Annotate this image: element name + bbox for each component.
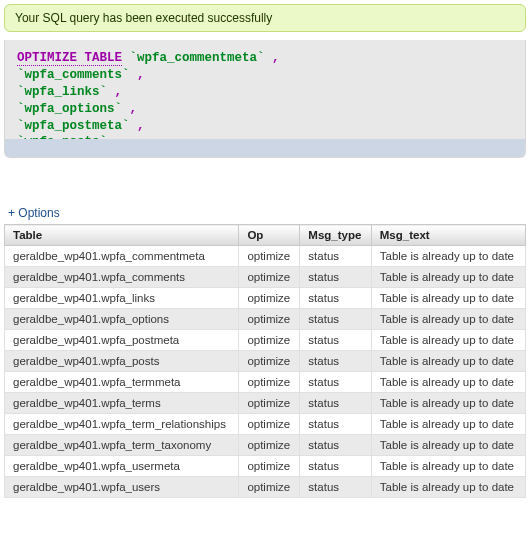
table-row: geraldbe_wp401.wpfa_usersoptimizestatusT… <box>5 477 526 498</box>
table-cell: status <box>300 267 371 288</box>
col-table[interactable]: Table <box>5 225 239 246</box>
table-cell: Table is already up to date <box>371 414 525 435</box>
sql-success-message: Your SQL query has been executed success… <box>4 4 526 32</box>
table-row: geraldbe_wp401.wpfa_termsoptimizestatusT… <box>5 393 526 414</box>
table-cell: status <box>300 330 371 351</box>
table-cell: Table is already up to date <box>371 477 525 498</box>
table-cell: optimize <box>239 288 300 309</box>
table-cell: optimize <box>239 309 300 330</box>
table-cell: Table is already up to date <box>371 246 525 267</box>
sql-box-footer-strip <box>5 139 525 157</box>
table-cell: optimize <box>239 456 300 477</box>
table-row: geraldbe_wp401.wpfa_commentmetaoptimizes… <box>5 246 526 267</box>
options-toggle[interactable]: + Options <box>8 206 60 220</box>
table-cell: optimize <box>239 351 300 372</box>
table-cell: Table is already up to date <box>371 393 525 414</box>
table-cell: status <box>300 414 371 435</box>
table-row: geraldbe_wp401.wpfa_term_relationshipsop… <box>5 414 526 435</box>
table-cell: Table is already up to date <box>371 351 525 372</box>
col-msg-type[interactable]: Msg_type <box>300 225 371 246</box>
table-cell: geraldbe_wp401.wpfa_term_taxonomy <box>5 435 239 456</box>
table-row: geraldbe_wp401.wpfa_linksoptimizestatusT… <box>5 288 526 309</box>
table-cell: optimize <box>239 372 300 393</box>
table-row: geraldbe_wp401.wpfa_commentsoptimizestat… <box>5 267 526 288</box>
table-cell: status <box>300 456 371 477</box>
table-cell: optimize <box>239 393 300 414</box>
table-cell: geraldbe_wp401.wpfa_termmeta <box>5 372 239 393</box>
table-cell: optimize <box>239 330 300 351</box>
table-cell: status <box>300 435 371 456</box>
table-cell: Table is already up to date <box>371 372 525 393</box>
results-table: Table Op Msg_type Msg_text geraldbe_wp40… <box>4 224 526 498</box>
table-cell: Table is already up to date <box>371 435 525 456</box>
table-cell: status <box>300 246 371 267</box>
table-cell: status <box>300 288 371 309</box>
table-row: geraldbe_wp401.wpfa_optionsoptimizestatu… <box>5 309 526 330</box>
table-cell: Table is already up to date <box>371 456 525 477</box>
table-cell: optimize <box>239 267 300 288</box>
table-cell: status <box>300 372 371 393</box>
table-cell: optimize <box>239 477 300 498</box>
table-cell: optimize <box>239 414 300 435</box>
table-cell: geraldbe_wp401.wpfa_terms <box>5 393 239 414</box>
sql-query-display: OPTIMIZE TABLE `wpfa_commentmeta` ,`wpfa… <box>4 40 526 158</box>
table-cell: geraldbe_wp401.wpfa_term_relationships <box>5 414 239 435</box>
table-cell: geraldbe_wp401.wpfa_users <box>5 477 239 498</box>
results-table-body: geraldbe_wp401.wpfa_commentmetaoptimizes… <box>5 246 526 498</box>
table-cell: geraldbe_wp401.wpfa_posts <box>5 351 239 372</box>
table-cell: geraldbe_wp401.wpfa_postmeta <box>5 330 239 351</box>
table-cell: geraldbe_wp401.wpfa_links <box>5 288 239 309</box>
table-cell: status <box>300 351 371 372</box>
table-cell: status <box>300 309 371 330</box>
table-row: geraldbe_wp401.wpfa_usermetaoptimizestat… <box>5 456 526 477</box>
table-cell: Table is already up to date <box>371 330 525 351</box>
table-cell: geraldbe_wp401.wpfa_usermeta <box>5 456 239 477</box>
table-cell: Table is already up to date <box>371 267 525 288</box>
table-cell: geraldbe_wp401.wpfa_commentmeta <box>5 246 239 267</box>
table-row: geraldbe_wp401.wpfa_postsoptimizestatusT… <box>5 351 526 372</box>
col-msg-text[interactable]: Msg_text <box>371 225 525 246</box>
table-cell: status <box>300 477 371 498</box>
col-op[interactable]: Op <box>239 225 300 246</box>
table-cell: Table is already up to date <box>371 288 525 309</box>
table-cell: optimize <box>239 435 300 456</box>
table-row: geraldbe_wp401.wpfa_term_taxonomyoptimiz… <box>5 435 526 456</box>
sql-keyword: OPTIMIZE TABLE <box>17 51 122 66</box>
table-cell: geraldbe_wp401.wpfa_comments <box>5 267 239 288</box>
table-row: geraldbe_wp401.wpfa_postmetaoptimizestat… <box>5 330 526 351</box>
table-cell: status <box>300 393 371 414</box>
spacer <box>4 162 526 206</box>
table-cell: geraldbe_wp401.wpfa_options <box>5 309 239 330</box>
table-cell: optimize <box>239 246 300 267</box>
results-table-head: Table Op Msg_type Msg_text <box>5 225 526 246</box>
table-cell: Table is already up to date <box>371 309 525 330</box>
table-row: geraldbe_wp401.wpfa_termmetaoptimizestat… <box>5 372 526 393</box>
